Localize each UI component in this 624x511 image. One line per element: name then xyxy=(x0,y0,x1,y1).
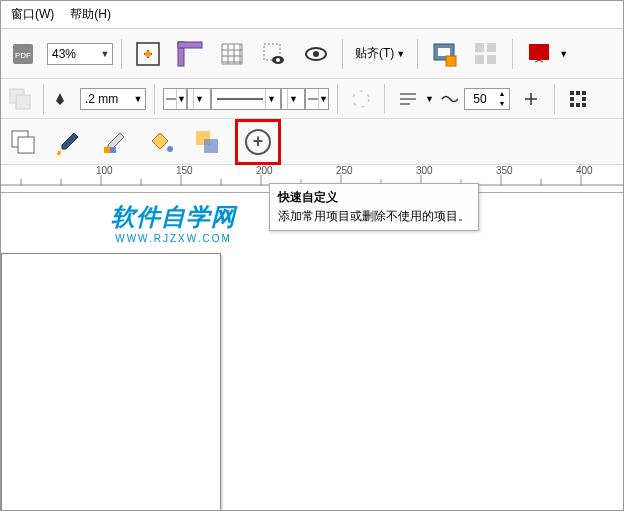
outline-width-input[interactable]: ▼ xyxy=(80,88,146,110)
toolbar-custom: + xyxy=(1,119,623,165)
end-cap-dropdown[interactable]: ▼ xyxy=(305,88,329,110)
dropdown-icon[interactable]: ▼ xyxy=(559,49,568,59)
svg-rect-5 xyxy=(178,42,202,48)
eyedropper-icon[interactable] xyxy=(97,124,133,160)
dropdown-icon[interactable]: ▼ xyxy=(131,94,145,104)
amplitude-spinner[interactable]: ▲ ▼ xyxy=(464,88,510,110)
dropdown-icon[interactable]: ▼ xyxy=(265,89,277,109)
start-arrowhead[interactable]: ▼ xyxy=(163,88,187,110)
svg-point-40 xyxy=(167,146,173,152)
dropdown-icon[interactable]: ▼ xyxy=(176,89,186,109)
spinner-value[interactable] xyxy=(465,92,495,106)
zoom-level-input[interactable]: ▼ xyxy=(47,43,113,65)
outline-width-value[interactable] xyxy=(81,92,131,106)
transparency-icon[interactable] xyxy=(189,124,225,160)
separator xyxy=(417,39,418,69)
canvas-workspace[interactable]: 软件自学网 WWW.RJZXW.COM xyxy=(1,193,623,511)
publish-pdf-icon[interactable]: PDF xyxy=(5,36,41,72)
tooltip: 快速自定义 添加常用项目或删除不使用的项目。 xyxy=(269,183,479,231)
svg-rect-17 xyxy=(487,55,496,64)
toolbar-outline: ▼ ▼ ▼ ▼ ▼ ▼ ▼ ▲ ▼ xyxy=(1,79,623,119)
options-icon[interactable] xyxy=(426,36,462,72)
menu-window[interactable]: 窗口(W) xyxy=(3,2,62,27)
svg-point-8 xyxy=(276,58,280,62)
plus-icon[interactable] xyxy=(516,84,546,114)
line-style-dropdown[interactable]: ▼ xyxy=(211,88,281,110)
svg-rect-20 xyxy=(16,95,30,109)
svg-rect-13 xyxy=(446,56,456,66)
spinner-up-icon[interactable]: ▲ xyxy=(495,89,509,99)
svg-text:PDF: PDF xyxy=(15,51,31,60)
watermark-url: WWW.RJZXW.COM xyxy=(111,233,236,244)
wrap-text-icon[interactable] xyxy=(393,84,423,114)
svg-point-3 xyxy=(145,51,151,57)
guidelines-eye-icon[interactable] xyxy=(256,36,292,72)
watermark-title: 软件自学网 xyxy=(111,201,236,233)
preview-eye-icon[interactable] xyxy=(298,36,334,72)
svg-rect-27 xyxy=(400,103,410,105)
tooltip-description: 添加常用项目或删除不使用的项目。 xyxy=(278,208,470,225)
close-curve-icon xyxy=(346,84,376,114)
svg-rect-37 xyxy=(18,137,34,153)
wave-icon xyxy=(440,92,458,106)
svg-rect-28 xyxy=(570,91,574,95)
zoom-dropdown-icon[interactable]: ▼ xyxy=(98,49,112,59)
svg-rect-38 xyxy=(104,147,110,153)
dropdown-icon[interactable]: ▼ xyxy=(287,89,299,109)
page-boundary xyxy=(1,253,221,511)
snap-to-menu[interactable]: 贴齐(T) ▼ xyxy=(351,45,409,62)
grid-icon[interactable] xyxy=(214,36,250,72)
separator xyxy=(342,39,343,69)
separator xyxy=(512,39,513,69)
separator xyxy=(43,84,44,114)
svg-rect-26 xyxy=(400,98,416,100)
copy-properties-icon[interactable] xyxy=(5,124,41,160)
svg-rect-30 xyxy=(582,91,586,95)
svg-rect-16 xyxy=(475,55,484,64)
pen-nib-icon xyxy=(52,91,68,107)
svg-rect-42 xyxy=(204,139,218,153)
app-launcher-icon xyxy=(468,36,504,72)
eyedropper-fill-icon[interactable] xyxy=(51,124,87,160)
separator xyxy=(337,84,338,114)
container-icon xyxy=(5,84,35,114)
end-arrowhead[interactable]: ▼ xyxy=(281,88,305,110)
toolbar-main: PDF ▼ 贴齐(T) ▼ ▼ xyxy=(1,29,623,79)
presentation-icon[interactable] xyxy=(521,36,557,72)
svg-rect-14 xyxy=(475,43,484,52)
svg-rect-39 xyxy=(110,147,116,153)
svg-rect-18 xyxy=(529,44,549,60)
dropdown-icon: ▼ xyxy=(396,49,405,59)
separator xyxy=(554,84,555,114)
dropdown-icon[interactable]: ▼ xyxy=(318,89,328,109)
separator xyxy=(384,84,385,114)
dropdown-icon[interactable]: ▼ xyxy=(193,89,205,109)
svg-rect-33 xyxy=(570,103,574,107)
svg-point-24 xyxy=(353,91,369,107)
quick-customize-highlighted: + xyxy=(235,119,281,165)
snap-label: 贴齐(T) xyxy=(355,45,394,62)
spinner-down-icon[interactable]: ▼ xyxy=(495,99,509,109)
svg-rect-34 xyxy=(576,103,580,107)
full-screen-icon[interactable] xyxy=(130,36,166,72)
fill-bucket-icon[interactable] xyxy=(143,124,179,160)
svg-rect-15 xyxy=(487,43,496,52)
watermark: 软件自学网 WWW.RJZXW.COM xyxy=(111,201,236,244)
zoom-value[interactable] xyxy=(48,47,98,61)
menubar: 窗口(W) 帮助(H) xyxy=(1,1,623,29)
quick-customize-button[interactable]: + xyxy=(240,124,276,160)
rulers-icon[interactable] xyxy=(172,36,208,72)
tooltip-title: 快速自定义 xyxy=(278,189,470,206)
svg-rect-32 xyxy=(582,97,586,101)
svg-rect-12 xyxy=(438,48,450,56)
separator xyxy=(154,84,155,114)
dropdown-icon[interactable]: ▼ xyxy=(425,94,434,104)
svg-rect-35 xyxy=(582,103,586,107)
svg-rect-29 xyxy=(576,91,580,95)
plus-circle-icon: + xyxy=(245,129,271,155)
line-dash-dropdown[interactable]: ▼ xyxy=(187,88,211,110)
guides-origin-icon[interactable] xyxy=(563,84,593,114)
menu-help[interactable]: 帮助(H) xyxy=(62,2,119,27)
svg-rect-25 xyxy=(400,93,416,95)
svg-point-10 xyxy=(313,51,319,57)
